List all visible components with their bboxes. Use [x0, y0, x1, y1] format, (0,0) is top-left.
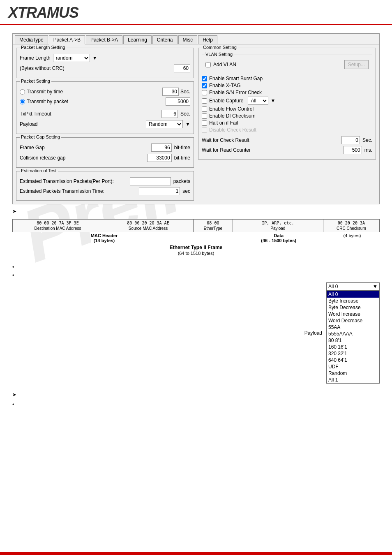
time-unit: sec — [182, 188, 190, 194]
payload-list-item-udf[interactable]: UDF — [327, 363, 379, 370]
payload-list-item-55aa[interactable]: 55AA — [327, 324, 379, 331]
ethertype-label: EtherType — [196, 226, 230, 231]
tab-learning[interactable]: Learning — [123, 35, 152, 44]
check-di-checksum: Enable DI Checksum — [202, 113, 372, 119]
time-input[interactable] — [139, 187, 180, 195]
packets-input[interactable] — [130, 177, 171, 185]
frame-gap-input[interactable] — [151, 143, 172, 152]
halt-fail-checkbox[interactable] — [202, 120, 207, 126]
frame-labels-row: MAC Header (14 bytes) Data (46 - 1500 by… — [12, 233, 380, 243]
check-xtag: Enable X-TAG — [202, 83, 372, 88]
collision-row: Collision release gap bit-time — [20, 154, 190, 162]
dialog-panel: MediaType Packet A->B Packet B->A Learni… — [12, 33, 380, 204]
disable-check-checkbox[interactable] — [202, 127, 207, 133]
logo: XTRAMUS — [8, 4, 78, 21]
enable-xtag-checkbox[interactable] — [202, 83, 207, 88]
frame-cell-dest-mac: 80 00 20 7A 3F 3E Destination MAC Addres… — [13, 220, 103, 232]
frame-boxes: 80 00 20 7A 3F 3E Destination MAC Addres… — [12, 219, 380, 232]
transmit-packet-radio[interactable] — [20, 99, 25, 104]
payload-list-item-word-dec[interactable]: Word Decrease — [327, 317, 379, 324]
payload-list-item-5555aaaa[interactable]: 5555AAAA — [327, 331, 379, 337]
payload-list-item-640641[interactable]: 640 64'1 — [327, 357, 379, 363]
tab-packet-ab[interactable]: Packet A->B — [49, 35, 85, 44]
payload-list-item-random[interactable]: Random — [327, 370, 379, 377]
tab-misc[interactable]: Misc — [178, 35, 198, 44]
enable-sn-error-label: Enable S/N Error Check — [209, 90, 262, 95]
payload-list-item-word-inc[interactable]: Word Increase — [327, 311, 379, 317]
packet-length-title: Packet Length Setting — [20, 45, 67, 50]
check-disable-check: Disable Check Result — [202, 127, 372, 133]
check-flow-control: Enable Flow Control — [202, 106, 372, 112]
collision-label: Collision release gap — [20, 155, 65, 161]
payload-list-item-byte-dec[interactable]: Byte Decrease — [327, 304, 379, 311]
txpkt-label: TxPkt Timeout — [20, 111, 51, 117]
main-content: Preli MediaType Packet A->B Packet B->A … — [0, 25, 392, 416]
packets-row: Estimated Transmission Packets(Per Port)… — [20, 177, 190, 185]
packet-gap-group: Packet Gap Setting Frame Gap bit-time Co… — [16, 137, 194, 168]
mac-header-label: MAC Header (14 bytes) — [12, 233, 196, 243]
wait-read-input[interactable] — [344, 146, 362, 154]
tab-packet-ba[interactable]: Packet B->A — [86, 35, 122, 44]
add-vlan-checkbox[interactable] — [205, 62, 211, 67]
collision-input[interactable] — [147, 154, 172, 162]
tab-mediatype[interactable]: MediaType — [15, 35, 48, 44]
txpkt-unit: Sec. — [180, 111, 190, 117]
footer — [0, 552, 392, 555]
packet-gap-title: Packet Gap Setting — [20, 134, 61, 139]
capture-select[interactable]: All — [248, 97, 268, 105]
check-capture: Enable Capture All ▼ — [202, 97, 372, 105]
transmit-packet-row: Transmit by packet — [20, 97, 190, 106]
bullet-item-1: • — [12, 264, 380, 270]
setup-button[interactable]: Setup... — [344, 60, 369, 69]
payload-cell-label: Payload — [235, 226, 321, 231]
add-vlan-label: Add VLAN — [213, 62, 236, 67]
enable-sn-error-checkbox[interactable] — [202, 90, 207, 95]
wait-check-row: Wait for Check Result Sec. — [202, 136, 372, 144]
wait-check-input[interactable] — [341, 136, 360, 144]
payload-dropdown-list[interactable]: All 0 Byte Increase Byte Decrease Word I… — [326, 291, 380, 384]
bullet-dot-3: • — [12, 402, 14, 407]
payload-dropdown-selected[interactable]: All 0 ▼ — [326, 282, 380, 291]
arrow-bullet-2: ➤ — [12, 392, 380, 398]
txpkt-row: TxPkt Timeout Sec. — [20, 110, 190, 118]
transmit-time-radio[interactable] — [20, 89, 25, 95]
bullets-section: • • — [12, 264, 380, 278]
logo-rest: TRAMUS — [18, 4, 78, 21]
bottom-section: • • Payload All 0 ▼ All 0 Byte I — [12, 264, 380, 407]
frame-cell-crc: 00 20 20 3A CRC Checksum — [323, 220, 379, 232]
bytes-input[interactable] — [174, 64, 190, 72]
transmit-time-input[interactable] — [162, 88, 179, 96]
payload-list-item-320321[interactable]: 320 32'1 — [327, 350, 379, 357]
enable-capture-checkbox[interactable] — [202, 98, 207, 104]
estimation-group: Estimation of Test Estimated Transmissio… — [16, 171, 194, 201]
payload-list-item-byte-inc[interactable]: Byte Increase — [327, 298, 379, 304]
src-mac-hex: 80 00 20 20 3A AE — [106, 221, 191, 225]
payload-list-item-all0[interactable]: All 0 — [327, 291, 379, 298]
tab-help[interactable]: Help — [198, 35, 217, 44]
tab-criteria[interactable]: Criteria — [152, 35, 178, 44]
payload-list-item-160161[interactable]: 160 16'1 — [327, 344, 379, 350]
frame-gap-row: Frame Gap bit-time — [20, 143, 190, 152]
packet-setting-group: Packet Setting Transmit by time Sec. Tra… — [16, 81, 194, 134]
ethertype-hex: 08 00 — [196, 221, 230, 225]
txpkt-input[interactable] — [161, 110, 178, 118]
payload-selected-value: All 0 — [328, 284, 338, 289]
time-label: Estimated Packets Transmission Time: — [20, 188, 104, 194]
transmit-packet-input[interactable] — [166, 97, 190, 106]
payload-select[interactable]: Random — [146, 120, 183, 128]
frame-length-select[interactable]: random — [53, 54, 90, 62]
payload-arrow: ▼ — [185, 121, 190, 127]
enable-smart-burst-checkbox[interactable] — [202, 76, 207, 81]
enable-flow-control-checkbox[interactable] — [202, 106, 207, 112]
transmit-packet-label: Transmit by packet — [27, 99, 68, 104]
payload-list-item-8081[interactable]: 80 8'1 — [327, 337, 379, 344]
collision-unit: bit-time — [174, 155, 190, 161]
wait-read-row: Wait for Read Counter ms. — [202, 146, 372, 154]
transmit-time-row: Transmit by time Sec. — [20, 88, 190, 96]
packets-unit: packets — [173, 178, 190, 184]
arrow-icon-2: ➤ — [12, 392, 16, 398]
logo-x: X — [8, 4, 18, 21]
payload-list-item-all1[interactable]: All 1 — [327, 377, 379, 383]
transmit-time-label: Transmit by time — [27, 89, 63, 95]
enable-di-checksum-checkbox[interactable] — [202, 113, 207, 119]
